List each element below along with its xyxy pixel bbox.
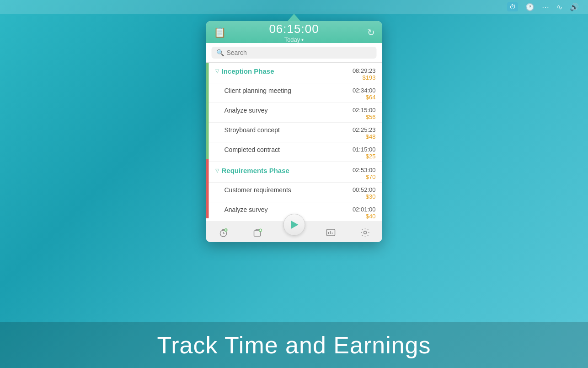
add-timer-icon: [218, 227, 228, 238]
inception-group-money: $193: [353, 74, 376, 81]
tagline-text: Track Time and Earnings: [157, 331, 431, 359]
task-stats-analyze-survey-2: 02:01:00 $40: [353, 206, 376, 220]
green-side-strip: [206, 63, 209, 159]
header-center: 06:15:00 Today ▾: [269, 22, 319, 43]
inception-group-name: Inception Phase: [222, 67, 353, 75]
inception-group-time: 08:29:23: [353, 67, 376, 74]
task-money-client-planning: $64: [353, 94, 376, 101]
task-stats-storyboard: 02:25:23 $48: [353, 126, 376, 140]
group-row-requirements[interactable]: ▽ Requirements Phase 02:53:00 $70: [206, 162, 382, 182]
task-name-completed-contract: Completed contract: [225, 146, 353, 153]
svg-point-16: [363, 231, 366, 234]
group-row-inception[interactable]: ▽ Inception Phase 08:29:23 $193: [206, 63, 382, 83]
search-bar: 🔍: [206, 43, 382, 63]
task-name-analyze-survey-2: Analyze survey: [225, 206, 353, 213]
main-popup: 📋 06:15:00 Today ▾ ↻ 🔍 ▽ Inception Phase…: [206, 21, 382, 242]
task-row-completed-contract[interactable]: Completed contract 01:15:00 $25: [206, 142, 382, 162]
clock-app-icon[interactable]: ⏱: [507, 2, 518, 11]
task-stats-customer-requirements: 00:52:00 $30: [353, 186, 376, 200]
add-project-button[interactable]: [249, 227, 266, 238]
svg-rect-12: [326, 229, 335, 236]
volume-icon: 🔊: [570, 3, 579, 11]
popup-toolbar: [206, 222, 382, 242]
history-icon: 🕐: [525, 3, 535, 11]
red-side-strip: [206, 159, 209, 218]
task-time-storyboard: 02:25:23: [353, 126, 376, 133]
wifi-icon: ∿: [556, 3, 562, 11]
task-money-customer-requirements: $30: [353, 193, 376, 200]
header-today[interactable]: Today ▾: [269, 36, 319, 43]
play-triangle-icon: [291, 221, 299, 229]
task-time-client-planning: 02:34:00: [353, 87, 376, 94]
requirements-group-money: $70: [353, 173, 376, 180]
popup-header: 📋 06:15:00 Today ▾ ↻: [206, 21, 382, 43]
search-glass-icon: 🔍: [216, 49, 224, 56]
task-money-analyze-survey-1: $56: [353, 114, 376, 120]
task-money-storyboard: $48: [353, 133, 376, 140]
task-stats-analyze-survey-1: 02:15:00 $56: [353, 107, 376, 120]
task-time-customer-requirements: 00:52:00: [353, 186, 376, 193]
reports-icon: [326, 227, 336, 238]
task-money-analyze-survey-2: $40: [353, 213, 376, 220]
task-time-completed-contract: 01:15:00: [353, 146, 376, 153]
task-row-analyze-survey-1[interactable]: Analyze survey 02:15:00 $56: [206, 103, 382, 122]
requirements-group-stats: 02:53:00 $70: [353, 167, 376, 180]
task-name-customer-requirements: Customer requirements: [225, 186, 353, 194]
inception-chevron-icon: ▽: [215, 68, 219, 74]
task-row-client-planning[interactable]: Client planning meeting 02:34:00 $64: [206, 83, 382, 103]
header-time: 06:15:00: [269, 22, 319, 36]
task-stats-completed-contract: 01:15:00 $25: [353, 146, 376, 160]
search-input-wrapper: 🔍: [212, 47, 377, 59]
reports-button[interactable]: [322, 227, 339, 238]
settings-button[interactable]: [356, 227, 374, 238]
task-name-client-planning: Client planning meeting: [225, 87, 353, 94]
airplay-icon: ⋯: [542, 3, 549, 11]
search-input[interactable]: [227, 49, 372, 56]
settings-icon: [360, 227, 370, 238]
task-money-completed-contract: $25: [353, 153, 376, 160]
menu-bar: ⏱ 🕐 ⋯ ∿ 🔊: [0, 0, 588, 14]
popup-arrow: [288, 14, 300, 21]
today-label: Today: [284, 36, 300, 43]
today-chevron: ▾: [301, 37, 304, 42]
task-row-storyboard[interactable]: Stroyboard concept 02:25:23 $48: [206, 122, 382, 142]
add-timer-button[interactable]: [214, 227, 232, 238]
play-button-wrapper: [283, 214, 305, 236]
header-left: 📋: [214, 27, 228, 38]
task-name-analyze-survey-1: Analyze survey: [225, 107, 353, 114]
requirements-group-time: 02:53:00: [353, 167, 376, 173]
task-stats-client-planning: 02:34:00 $64: [353, 87, 376, 101]
refresh-icon[interactable]: ↻: [367, 27, 375, 38]
tagline-bar: Track Time and Earnings: [0, 322, 588, 368]
requirements-group-name: Requirements Phase: [222, 167, 353, 174]
task-time-analyze-survey-1: 02:15:00: [353, 107, 376, 114]
play-button[interactable]: [283, 214, 305, 236]
list-area: ▽ Inception Phase 08:29:23 $193 Client p…: [206, 63, 382, 222]
add-project-icon: [252, 227, 262, 238]
report-icon: 📋: [214, 27, 226, 38]
requirements-chevron-icon: ▽: [215, 168, 219, 173]
task-name-storyboard: Stroyboard concept: [225, 126, 353, 134]
inception-group-stats: 08:29:23 $193: [353, 67, 376, 81]
task-row-customer-requirements[interactable]: Customer requirements 00:52:00 $30: [206, 182, 382, 202]
task-time-analyze-survey-2: 02:01:00: [353, 206, 376, 213]
